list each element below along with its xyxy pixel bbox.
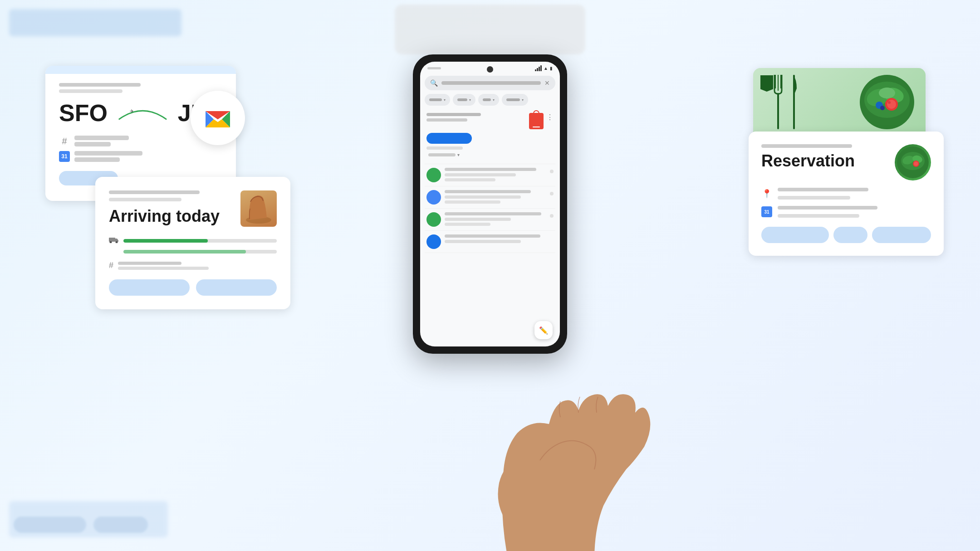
- avatar-2: [426, 190, 441, 205]
- email-cta-button[interactable]: [426, 133, 472, 144]
- calendar-icon: 31: [59, 151, 70, 162]
- bg-blur-top-center: [395, 5, 585, 54]
- skel-line: [778, 206, 877, 210]
- skel-line: [74, 142, 111, 146]
- filter-chip-3[interactable]: ▾: [478, 94, 499, 106]
- email-content-3: [445, 212, 546, 226]
- skel-line: [778, 214, 859, 218]
- flight-info-rows: # 31: [59, 136, 222, 162]
- email-top-row: ⋮: [426, 113, 554, 129]
- phone-body: ▲ ▮ 🔍 ✕ ▾: [413, 54, 567, 354]
- phone-screen: ▲ ▮ 🔍 ✕ ▾: [420, 62, 560, 346]
- phone-container: ▲ ▮ 🔍 ✕ ▾: [413, 54, 567, 354]
- delivery-buttons: [109, 279, 277, 296]
- svg-rect-5: [777, 93, 779, 129]
- sender-line: [426, 113, 481, 116]
- delivery-btn-1[interactable]: [109, 279, 190, 296]
- bar4: [540, 65, 542, 71]
- location-pin-icon: 📍: [761, 188, 772, 199]
- location-row: 📍: [761, 188, 931, 200]
- delivery-btn-2[interactable]: [196, 279, 277, 296]
- reservation-title: Reservation: [761, 151, 855, 171]
- calendar-text: [778, 206, 931, 218]
- calendar-row: 31: [59, 151, 222, 162]
- reservation-buttons: [761, 227, 931, 243]
- progress-bar-1: [123, 239, 277, 243]
- skel-line: [59, 89, 122, 93]
- flight-arc: ✈: [117, 104, 169, 122]
- restaurant-top-card: [753, 68, 926, 141]
- hash-icon-delivery: #: [109, 261, 113, 270]
- delivery-header: Arriving today: [109, 190, 277, 227]
- email-subject-1: [445, 173, 516, 176]
- phone-camera: [487, 66, 493, 73]
- delivery-hash-row: #: [109, 261, 277, 270]
- svg-text:✈: ✈: [130, 108, 134, 114]
- chevron-down-icon-1: ▾: [444, 98, 446, 102]
- status-icons: ▲ ▮: [535, 65, 553, 71]
- email-sender-1: [445, 168, 536, 171]
- email-content-4: [445, 234, 554, 245]
- progress-fill-1: [123, 239, 208, 243]
- close-icon[interactable]: ✕: [544, 79, 550, 87]
- email-dot-3: [550, 214, 554, 218]
- time-display: [427, 67, 441, 69]
- progress-row-1: [109, 236, 277, 245]
- chip-label-3: [483, 98, 491, 101]
- email-item-featured[interactable]: ⋮ ▾: [425, 109, 555, 164]
- email-item-1[interactable]: [425, 164, 555, 186]
- chip-label-4: [506, 98, 520, 101]
- location-text: [778, 188, 931, 200]
- truck-icon: [109, 236, 119, 245]
- chevron-down-icon-2: ▾: [469, 98, 471, 102]
- svg-point-14: [879, 88, 895, 98]
- email-item-3[interactable]: [425, 209, 555, 231]
- bag-line: [533, 127, 540, 127]
- shopping-bag-icon: [529, 113, 544, 129]
- gmail-icon: [191, 91, 245, 145]
- email-subject-2: [445, 195, 521, 199]
- chevron-down-icon: ▾: [457, 152, 460, 157]
- hash-icon: #: [59, 136, 70, 146]
- progress-bar-2: [123, 250, 277, 254]
- restaurant-avatar: [895, 144, 931, 180]
- salad-bowl: [858, 73, 916, 133]
- filter-chip-2[interactable]: ▾: [453, 94, 475, 106]
- chip-label-2: [457, 98, 467, 101]
- more-options-icon[interactable]: ⋮: [546, 113, 554, 122]
- skel-line: [761, 144, 852, 148]
- hand-holding-phone: [472, 333, 653, 551]
- email-preview-3: [445, 223, 490, 226]
- skel-line: [74, 151, 142, 156]
- filter-chip-1[interactable]: ▾: [425, 94, 450, 106]
- skel-line: [778, 188, 868, 191]
- reservation-btn-1[interactable]: [761, 227, 829, 243]
- gmail-app-content: 🔍 ✕ ▾ ▾ ▾: [420, 73, 560, 256]
- search-bar[interactable]: 🔍 ✕: [425, 76, 555, 90]
- svg-point-25: [914, 161, 918, 166]
- bottom-blur-area: [14, 517, 148, 533]
- email-content-1: [445, 168, 546, 181]
- avatar-4: [426, 234, 441, 249]
- reservation-btn-3[interactable]: [872, 227, 931, 243]
- email-preview-1: [445, 178, 495, 181]
- reservation-title-area: Reservation: [761, 144, 855, 171]
- bottom-btn-1: [14, 517, 86, 533]
- arriving-today-title: Arriving today: [109, 190, 220, 226]
- hand-svg: [472, 333, 653, 551]
- utensils: [771, 75, 799, 129]
- delivery-progress: [109, 236, 277, 254]
- skel-line: [778, 196, 850, 200]
- filter-chip-4[interactable]: ▾: [502, 94, 528, 106]
- extra-line: [426, 146, 463, 150]
- signal-icon: [535, 65, 542, 71]
- email-sender-4: [445, 234, 540, 238]
- chevron-down-icon-4: ▾: [522, 98, 524, 102]
- skel-line: [59, 83, 141, 87]
- progress-fill-2: [123, 250, 246, 254]
- email-sender-3: [445, 212, 541, 215]
- email-item-4[interactable]: [425, 231, 555, 253]
- email-item-2[interactable]: [425, 186, 555, 209]
- skel-line: [74, 136, 129, 140]
- reservation-btn-2[interactable]: [833, 227, 867, 243]
